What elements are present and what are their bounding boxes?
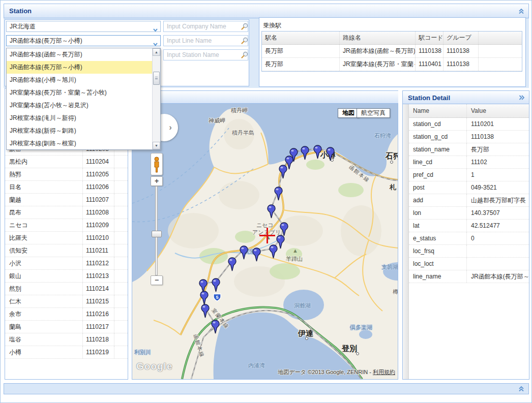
dropdown-option[interactable]: JR函館本線(小樽～旭川) (7, 74, 152, 86)
station-marker-pin[interactable] (279, 165, 287, 179)
map-type-button[interactable]: 地図 (338, 108, 359, 118)
terms-link[interactable]: 利用規約 (373, 369, 395, 375)
station-code-cell: 1110214 (82, 283, 114, 295)
detail-row[interactable]: line_name JR函館本線(長万部～ (409, 270, 529, 283)
table-row[interactable]: 長万部 JR函館本線(函館～長万部) 1110138 1110138 (262, 45, 522, 58)
route-5-shield: 5 (213, 293, 222, 302)
station-marker-pin[interactable] (201, 304, 210, 318)
line-name-input[interactable] (163, 35, 248, 46)
dropdown-option[interactable]: JR室蘭本線(苫小牧～岩見沢) (7, 99, 152, 112)
station-row[interactable]: 比羅夫 1110210 (5, 232, 128, 244)
station-row[interactable]: 仁木 1110215 (5, 295, 128, 308)
map-canvas[interactable]: 5 神威岬 積丹岬 積丹半島 石狩湾 小樽 石狩 札 (132, 104, 398, 379)
detail-value-cell (466, 245, 529, 257)
detail-row[interactable]: pref_cd 1 (409, 169, 529, 181)
station-marker-pin[interactable] (267, 204, 276, 219)
station-row[interactable]: 然別 1110214 (5, 283, 128, 295)
station-detail-panel: Station Detail Name Value station_cd 111… (402, 90, 529, 380)
column-header[interactable]: Value (466, 104, 529, 117)
station-marker-pin[interactable] (313, 145, 322, 159)
detail-row[interactable]: lon 140.37507 (409, 207, 529, 220)
detail-row[interactable]: loc_frsq (409, 245, 529, 258)
detail-row[interactable]: station_cd 1110201 (409, 118, 529, 131)
detail-row[interactable]: station_name 長万部 (409, 143, 529, 156)
station-row[interactable]: 銀山 1110213 (5, 270, 128, 283)
station-row[interactable]: 余市 1110216 (5, 308, 128, 321)
station-name-cell: 銀山 (5, 270, 82, 282)
scroll-up-arrow[interactable]: ▲ (153, 48, 160, 56)
detail-row[interactable]: station_g_cd 1110138 (409, 131, 529, 143)
zoom-out-button[interactable]: − (151, 275, 163, 285)
dropdown-option[interactable]: JR函館本線(長万部～小樽) (7, 61, 152, 74)
scroll-thumb[interactable] (153, 72, 160, 85)
station-marker-pin[interactable] (200, 291, 209, 305)
detail-name-cell: line_name (409, 270, 466, 283)
station-row[interactable]: ニセコ 1110209 (5, 219, 128, 232)
station-marker-pin[interactable] (274, 187, 283, 201)
map-type-button[interactable]: 航空写真 (357, 108, 390, 118)
station-marker-pin[interactable] (326, 147, 335, 161)
station-code-cell: 1110218 (82, 333, 114, 346)
station-row[interactable]: 熱郛 1110205 (5, 168, 128, 181)
column-header[interactable]: 駅名 (262, 32, 339, 44)
column-header[interactable]: 路線名 (339, 32, 415, 44)
station-marker-pin[interactable] (211, 320, 220, 334)
station-row[interactable]: 目名 1110206 (5, 181, 128, 194)
column-header[interactable]: 駅コード (415, 32, 443, 44)
station-row[interactable]: 蘭越 1110207 (5, 194, 128, 206)
company-select[interactable]: JR北海道 (6, 21, 161, 32)
column-header[interactable]: グループ (443, 32, 478, 44)
station-empty-cell (114, 283, 128, 295)
zoom-in-button[interactable]: + (151, 176, 163, 186)
station-row[interactable]: 蘭島 1110217 (5, 321, 128, 333)
map-panel: 5 神威岬 積丹岬 積丹半島 石狩湾 小樽 石狩 札 (132, 90, 398, 380)
company-name-input[interactable] (163, 21, 248, 32)
station-code-cell: 1110215 (82, 295, 114, 307)
line-select[interactable]: JR函館本線(長万部～小樽) (6, 35, 161, 46)
cell-line: JR函館本線(函館～長万部) (339, 45, 415, 57)
station-row[interactable]: 黒松内 1110204 (5, 156, 128, 168)
station-marker-pin[interactable] (269, 244, 278, 259)
station-name-input[interactable] (163, 49, 248, 60)
detail-row[interactable]: e_status 0 (409, 232, 529, 245)
station-marker-pin[interactable] (212, 278, 220, 292)
station-code-cell: 1110204 (82, 156, 114, 168)
detail-row[interactable]: loc_loct (409, 258, 529, 270)
station-name-cell: 仁木 (5, 295, 82, 307)
detail-row[interactable]: post 049-3521 (409, 181, 529, 194)
detail-row[interactable]: lat 42.512477 (409, 220, 529, 232)
expand-footer-icon[interactable] (518, 386, 524, 392)
station-row[interactable]: 塩谷 1110218 (5, 333, 128, 346)
station-marker-pin[interactable] (301, 146, 309, 160)
station-grid: 蕨岱 1110203 黒松内 1110204 熱郛 1110205 (5, 143, 128, 359)
collapse-right-icon[interactable] (519, 95, 525, 101)
zoom-slider-thumb[interactable] (152, 231, 162, 237)
detail-name-cell: station_name (409, 143, 466, 156)
table-row[interactable]: 長万部 JR室蘭本線(長万部・室蘭～ 1110401 1110138 (262, 58, 522, 71)
station-marker-pin[interactable] (280, 222, 288, 236)
detail-row[interactable]: add 山越郡長万部町字長 (409, 194, 529, 207)
dropdown-option[interactable]: JR室蘭本線(長万部・室蘭～苫小牧) (7, 86, 152, 99)
column-header[interactable]: Name (409, 104, 466, 117)
station-row[interactable]: 倶知安 1110211 (5, 244, 128, 257)
station-row[interactable]: 小沢 1110212 (5, 257, 128, 270)
detail-panel-header: Station Detail (402, 90, 529, 104)
station-code-cell: 1110210 (82, 232, 114, 244)
scroll-down-arrow[interactable]: ▼ (153, 142, 160, 149)
dropdown-scrollbar[interactable]: ▲ ▼ (152, 48, 160, 149)
dropdown-option[interactable]: JR函館本線(函館～長万部) (7, 48, 152, 61)
station-empty-cell (114, 295, 128, 307)
dropdown-option[interactable]: JR根室本線(滝川～新得) (7, 112, 152, 125)
station-marker-pin[interactable] (252, 247, 261, 262)
detail-rows: station_cd 1110201 station_g_cd 1110138 … (409, 118, 529, 283)
station-row[interactable]: 小樽 1110219 (5, 346, 128, 359)
detail-value-cell: 1110201 (466, 118, 529, 130)
dropdown-option[interactable]: JR根室本線(釧路～根室) (7, 137, 152, 150)
station-marker-pin[interactable] (240, 245, 248, 260)
pegman-control[interactable] (151, 153, 163, 175)
station-row[interactable]: 昆布 1110208 (5, 206, 128, 219)
station-marker-pin[interactable] (228, 257, 237, 271)
collapse-panel-icon[interactable] (518, 8, 524, 14)
detail-row[interactable]: line_cd 11102 (409, 156, 529, 169)
dropdown-option[interactable]: JR根室本線(新得～釧路) (7, 125, 152, 137)
